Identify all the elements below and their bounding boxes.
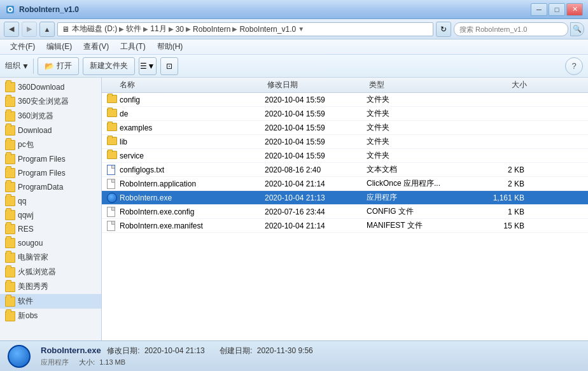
file-row[interactable]: lib 2020-10-04 15:59 文件夹 — [102, 135, 588, 149]
sidebar-label: 新obs — [18, 311, 38, 321]
sidebar-item-programfiles1[interactable]: Program Files — [0, 152, 101, 166]
sidebar-item-res[interactable]: RES — [0, 222, 101, 236]
file-row[interactable]: examples 2020-10-04 15:59 文件夹 — [102, 121, 588, 135]
back-button[interactable]: ◀ — [4, 22, 19, 37]
file-date: 2020-10-04 21:13 — [265, 193, 367, 202]
sidebar-item-sougou[interactable]: sougou — [0, 236, 101, 250]
header-size[interactable]: 大小 — [471, 80, 535, 90]
file-list-header: 名称 修改日期 类型 大小 — [102, 78, 588, 93]
sidebar-item-360browser[interactable]: 360浏览器 — [0, 109, 101, 123]
file-row[interactable]: config 2020-10-04 15:59 文件夹 — [102, 93, 588, 107]
sidebar-item-programfiles2[interactable]: Program Files — [0, 166, 101, 180]
folder-icon — [5, 311, 15, 321]
header-date[interactable]: 修改日期 — [267, 80, 369, 90]
sidebar-label: 美图秀秀 — [18, 281, 48, 292]
folder-icon — [5, 82, 15, 92]
sidebar-item-pcguard[interactable]: 电脑管家 — [0, 250, 101, 265]
menu-help[interactable]: 帮助(H) — [152, 40, 188, 53]
breadcrumb-segment-2[interactable]: 11月 — [150, 24, 166, 34]
manifest-file-icon — [107, 221, 117, 231]
main-area: 360Download 360安全浏览器 360浏览器 Download pc包… — [0, 78, 588, 340]
app-file-icon — [107, 179, 117, 189]
breadcrumb-segment-5[interactable]: RoboIntern_v1.0 — [239, 25, 296, 34]
sidebar-item-ruanjian[interactable]: 软件 — [0, 294, 101, 309]
file-row[interactable]: de 2020-10-04 15:59 文件夹 — [102, 107, 588, 121]
window-icon — [5, 4, 15, 15]
breadcrumb-segment-3[interactable]: 30 — [176, 25, 184, 34]
file-row[interactable]: RoboIntern.exe.config 2020-07-16 23:44 C… — [102, 205, 588, 219]
file-name: RoboIntern.exe.manifest — [117, 221, 265, 230]
status-detail: 应用程序 大小: 1.13 MB — [41, 358, 313, 367]
header-name[interactable]: 名称 — [102, 80, 267, 90]
sidebar-item-qq[interactable]: qq — [0, 194, 101, 208]
file-date: 2020-10-04 15:59 — [265, 123, 367, 132]
refresh-button[interactable]: ↻ — [436, 22, 451, 37]
menu-file[interactable]: 文件(F) — [5, 40, 40, 53]
sidebar-item-meitu[interactable]: 美图秀秀 — [0, 279, 101, 294]
folder-icon — [5, 224, 15, 234]
menu-edit[interactable]: 编辑(E) — [41, 40, 77, 53]
menu-tools[interactable]: 工具(T) — [115, 40, 150, 53]
sidebar-item-firefox[interactable]: 火狐浏览器 — [0, 265, 101, 279]
up-button[interactable]: ▲ — [39, 22, 55, 37]
sidebar-label: Download — [18, 126, 52, 135]
folder-icon — [107, 151, 117, 161]
new-folder-button[interactable]: 新建文件夹 — [83, 57, 135, 75]
search-button[interactable]: 🔍 — [570, 22, 584, 36]
file-row[interactable]: RoboIntern.application 2020-10-04 21:14 … — [102, 177, 588, 191]
file-size: 2 KB — [468, 165, 532, 174]
folder-icon — [107, 137, 117, 147]
header-type[interactable]: 类型 — [369, 80, 471, 90]
breadcrumb[interactable]: 🖥 本地磁盘 (D:) ▶ 软件 ▶ 11月 ▶ 30 ▶ RoboIntern… — [57, 22, 433, 36]
status-file-icon — [8, 345, 31, 368]
file-row-selected[interactable]: RoboIntern.exe 2020-10-04 21:13 应用程序 1,1… — [102, 191, 588, 205]
sidebar-item-qqwj[interactable]: qqwj — [0, 208, 101, 222]
file-type: 文本文档 — [367, 164, 468, 175]
sidebar-item-pcbao[interactable]: pc包 — [0, 137, 101, 152]
sidebar-item-360secure[interactable]: 360安全浏览器 — [0, 94, 101, 109]
folder-icon — [5, 97, 15, 107]
sidebar-label: qqwj — [18, 211, 34, 220]
file-name: service — [117, 151, 265, 160]
breadcrumb-sep-0: ▶ — [119, 25, 124, 32]
forward-button[interactable]: ▶ — [22, 22, 37, 37]
maximize-button[interactable]: □ — [549, 3, 565, 16]
sidebar-label: Program Files — [18, 169, 66, 178]
minimize-button[interactable]: ─ — [531, 3, 547, 16]
breadcrumb-segment-0[interactable]: 本地磁盘 (D:) — [72, 24, 117, 34]
menu-view[interactable]: 查看(V) — [78, 40, 114, 53]
search-input[interactable] — [459, 25, 563, 33]
breadcrumb-sep-3: ▶ — [186, 25, 191, 32]
help-button[interactable]: ? — [565, 57, 583, 75]
file-row[interactable]: configlogs.txt 2020-08-16 2:40 文本文档 2 KB — [102, 163, 588, 177]
file-date: 2020-10-04 21:14 — [265, 179, 367, 188]
pane-button[interactable]: ⊡ — [160, 57, 178, 75]
file-date: 2020-08-16 2:40 — [265, 165, 367, 174]
file-name: config — [117, 95, 265, 104]
file-row[interactable]: service 2020-10-04 15:59 文件夹 — [102, 149, 588, 163]
menu-bar: 文件(F) 编辑(E) 查看(V) 工具(T) 帮助(H) — [0, 39, 588, 55]
window-controls: ─ □ ✕ — [531, 3, 583, 16]
sidebar-item-programdata[interactable]: ProgramData — [0, 180, 101, 194]
folder-icon — [5, 210, 15, 220]
open-button[interactable]: 📂 打开 — [38, 57, 79, 75]
sidebar-item-360download[interactable]: 360Download — [0, 80, 101, 94]
organize-button[interactable]: 组织 ▼ — [5, 60, 29, 71]
file-type: 文件夹 — [367, 108, 468, 119]
file-type: ClickOnce 应用程序... — [367, 178, 468, 189]
breadcrumb-segment-4[interactable]: RoboIntern — [193, 25, 230, 34]
sidebar-label: 360安全浏览器 — [18, 96, 69, 107]
folder-icon — [5, 238, 15, 248]
file-row[interactable]: RoboIntern.exe.manifest 2020-10-04 21:14… — [102, 219, 588, 233]
view-button[interactable]: ☰▼ — [139, 57, 157, 75]
sidebar-item-newobs[interactable]: 新obs — [0, 309, 101, 323]
folder-icon — [5, 196, 15, 206]
sidebar-label: 火狐浏览器 — [18, 267, 56, 277]
close-button[interactable]: ✕ — [566, 3, 583, 16]
folder-icon — [5, 125, 15, 136]
breadcrumb-segment-1[interactable]: 软件 — [126, 24, 141, 34]
sidebar-item-download[interactable]: Download — [0, 123, 101, 137]
config-file-icon — [107, 207, 117, 217]
file-name: examples — [117, 123, 265, 132]
file-name: configlogs.txt — [117, 165, 265, 174]
